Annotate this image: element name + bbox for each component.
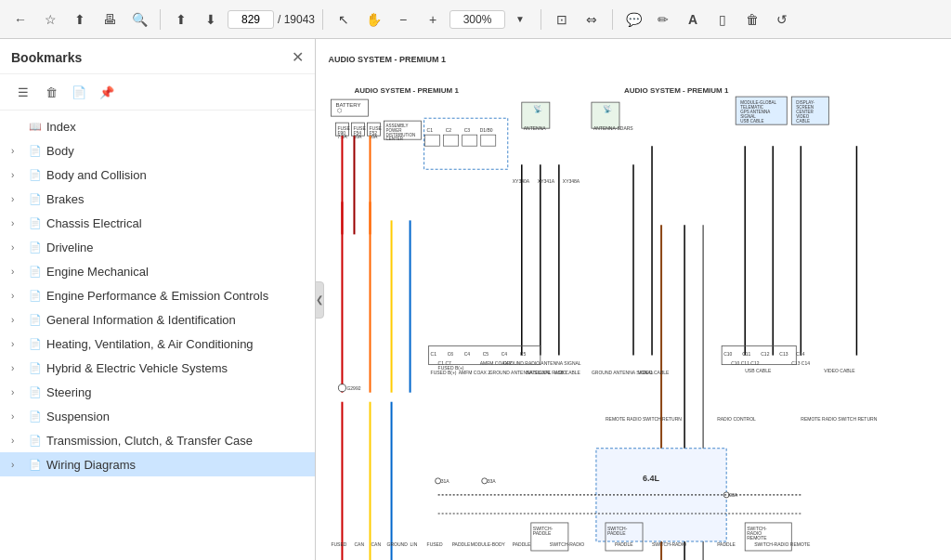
svg-text:CAN: CAN [354,541,364,547]
content-area[interactable]: AUDIO SYSTEM - PREMIUM 1 AUDIO SYSTEM - … [316,39,951,560]
svg-text:ANTENNA: ANTENNA [524,125,547,131]
sidebar-item-transmission[interactable]: › 📄 Transmission, Clutch, & Transfer Cas… [0,428,315,452]
sidebar-list: 📖 Index › 📄 Body › 📄 Body and Collision … [0,111,315,560]
page-total: / 19043 [278,13,315,26]
sidebar-item-general-info[interactable]: › 📄 General Information & Identification [0,307,315,332]
chevron-icon: › [11,242,24,253]
sidebar-export-button[interactable]: 📌 [95,80,119,104]
chevron-icon: › [11,436,24,446]
bookmark-icon: 📄 [28,288,43,303]
sidebar-item-hybrid[interactable]: › 📄 Hybrid & Electric Vehicle Systems [0,356,315,380]
svg-text:FUSED B(+): FUSED B(+) [431,370,457,375]
comment-button[interactable]: 💬 [620,7,646,33]
bookmark-icon: 📄 [28,360,43,375]
page-number-input[interactable] [228,10,274,29]
sidebar-item-brakes[interactable]: › 📄 Brakes [0,187,315,211]
svg-text:C5: C5 [483,351,489,357]
svg-text:D1/B0: D1/B0 [480,127,493,133]
main-area: Bookmarks ✕ ☰ 🗑 📄 📌 📖 Index › 📄 Body › 📄 [0,39,951,560]
sidebar-expand-button[interactable]: ☰ [11,80,35,104]
page-title-text: AUDIO SYSTEM - PREMIUM 1 [328,55,446,64]
sidebar-item-wiring-diagrams[interactable]: › 📄 Wiring Diagrams [0,452,315,476]
sidebar-item-driveline[interactable]: › 📄 Driveline [0,235,315,259]
sidebar-item-label: Brakes [46,192,307,206]
sidebar-item-label: Wiring Diagrams [46,458,307,472]
svg-text:PADDLE: PADDLE [452,541,471,547]
svg-rect-46 [462,135,477,146]
shape-button[interactable]: ▯ [710,7,736,33]
refresh-button[interactable]: ↺ [769,7,795,33]
sidebar-item-engine-mechanical[interactable]: › 📄 Engine Mechanical [0,259,315,283]
next-page-button[interactable]: ⬇ [198,7,224,33]
select-tool-button[interactable]: ↖ [331,7,357,33]
svg-text:6.4L: 6.4L [643,474,660,483]
chevron-icon: › [11,291,24,301]
svg-text:31A: 31A [441,478,450,484]
svg-text:USB CABLE: USB CABLE [554,370,581,375]
bookmark-icon: 📄 [28,240,43,254]
svg-text:USB CABLE: USB CABLE [745,368,772,373]
svg-text:CAN: CAN [371,541,381,547]
highlight-button[interactable]: A [680,7,706,33]
svg-rect-44 [425,135,440,146]
sidebar-item-index[interactable]: 📖 Index [0,114,315,138]
sidebar-item-engine-performance[interactable]: › 📄 Engine Performance & Emission Contro… [0,283,315,307]
bookmark-icon: 📄 [28,312,43,327]
svg-text:PADDLE: PADDLE [607,530,626,536]
chevron-icon: › [11,339,24,349]
sidebar-item-label: Hybrid & Electric Vehicle Systems [46,361,307,375]
sidebar-close-button[interactable]: ✕ [292,48,304,66]
back-button[interactable]: ← [7,7,33,33]
sidebar: Bookmarks ✕ ☰ 🗑 📄 📌 📖 Index › 📄 Body › 📄 [0,39,316,560]
sidebar-item-body-collision[interactable]: › 📄 Body and Collision [0,163,315,187]
sidebar-delete-button[interactable]: 🗑 [39,80,63,104]
bookmark-button[interactable]: ☆ [37,7,63,33]
sidebar-item-steering[interactable]: › 📄 Steering [0,380,315,404]
print-button[interactable]: 🖶 [97,7,123,33]
zoom-group: 300% ▼ [449,7,533,33]
svg-text:XY348A: XY348A [563,178,580,184]
chevron-icon: › [11,387,24,397]
svg-text:📡: 📡 [603,104,612,113]
sidebar-item-body[interactable]: › 📄 Body [0,138,315,163]
svg-rect-47 [481,135,496,146]
upload-button[interactable]: ⬆ [67,7,93,33]
chevron-icon: › [11,411,24,422]
svg-text:PADDLE: PADDLE [533,530,552,536]
pencil-button[interactable]: ✏ [650,7,676,33]
bookmark-icon: 📄 [28,336,43,351]
svg-text:REMOTE RADIO SWITCH RETURN: REMOTE RADIO SWITCH RETURN [606,416,682,422]
bookmark-icon: 📄 [28,143,43,158]
sidebar-add-button[interactable]: 📄 [67,80,91,104]
chevron-icon: › [11,315,24,325]
chevron-icon: › [11,363,24,373]
sidebar-item-chassis-electrical[interactable]: › 📄 Chassis Electrical [0,211,315,235]
svg-text:LIN: LIN [410,541,418,547]
zoom-out-button[interactable]: − [390,7,416,33]
zoom-in-button[interactable]: + [420,7,446,33]
svg-text:PADDLE: PADDLE [717,541,736,547]
svg-text:C11: C11 [742,351,750,357]
pan-tool-button[interactable]: ✋ [360,7,386,33]
zoom-dropdown-button[interactable]: ▼ [507,7,533,33]
sidebar-item-label: Suspension [46,410,307,423]
prev-page-button[interactable]: ⬆ [168,7,194,33]
sidebar-item-label: Engine Mechanical [46,265,307,279]
svg-text:REMOTE: REMOTE [747,535,767,540]
svg-text:CABLE: CABLE [796,119,810,124]
toolbar: ← ☆ ⬆ 🖶 🔍 ⬆ ⬇ / 19043 ↖ ✋ − + 300% ▼ ⊡ ⇔… [0,0,951,39]
chevron-icon: › [11,146,24,156]
svg-text:⬡: ⬡ [337,108,342,113]
fit-page-button[interactable]: ⊡ [549,7,575,33]
zoom-reduce-button[interactable]: 🔍 [126,7,152,33]
delete-button[interactable]: 🗑 [739,7,765,33]
zoom-level[interactable]: 300% [449,10,505,29]
fit-width-button[interactable]: ⇔ [579,7,605,33]
sidebar-item-hvac[interactable]: › 📄 Heating, Ventilation, & Air Conditio… [0,332,315,356]
svg-text:C4: C4 [502,351,508,357]
sidebar-item-label: General Information & Identification [46,313,307,327]
svg-text:GROUND: GROUND [387,541,409,547]
svg-text:C1: C1 [431,351,437,357]
sidebar-collapse-handle[interactable]: ❮ [315,281,324,319]
sidebar-item-suspension[interactable]: › 📄 Suspension [0,404,315,428]
